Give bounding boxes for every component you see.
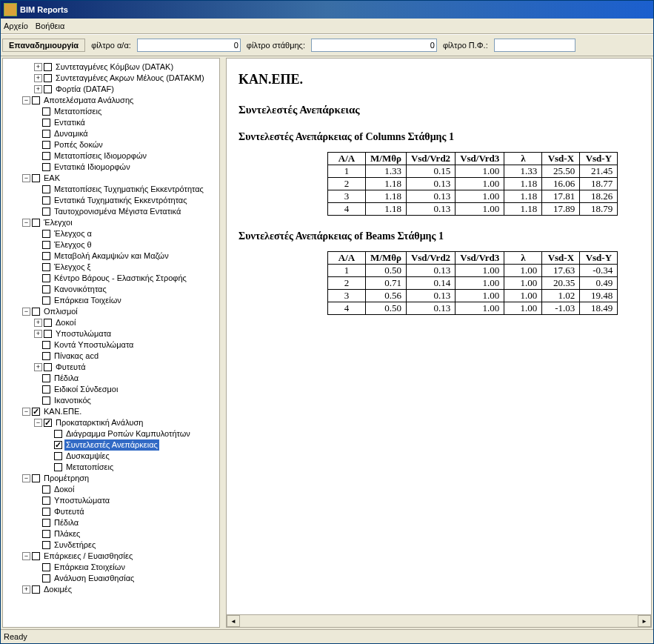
tree-item-label[interactable]: Κοντά Υποστυλώματα: [53, 339, 135, 351]
tree-item-label[interactable]: Συντελεστές Ανεπάρκειας: [64, 439, 159, 451]
tree-checkbox[interactable]: [54, 430, 62, 438]
tree-checkbox[interactable]: [42, 374, 50, 382]
tree-item[interactable]: Μετατοπίσεις Ιδιομορφών: [6, 150, 218, 162]
tree-item-label[interactable]: Ταυτοχρονισμένα Μέγιστα Εντατικά: [53, 206, 182, 217]
collapse-icon[interactable]: −: [22, 174, 30, 182]
tree-checkbox[interactable]: [42, 107, 50, 116]
horizontal-scrollbar[interactable]: ◄ ►: [227, 614, 651, 627]
tree-item-label[interactable]: Ανάλυση Ευαισθησίας: [53, 573, 136, 584]
tree-item[interactable]: Ταυτοχρονισμένα Μέγιστα Εντατικά: [6, 206, 218, 217]
tree-item-label[interactable]: Εντατικά: [53, 117, 87, 128]
tree-item-label[interactable]: Δοκοί: [54, 317, 77, 328]
tree-item-label[interactable]: Επάρκεια Τοιχείων: [53, 295, 123, 306]
tree-item[interactable]: Επάρκεια Τοιχείων: [6, 295, 218, 306]
collapse-icon[interactable]: −: [22, 308, 30, 316]
tree-item-label[interactable]: Προκαταρκτική Ανάλυση: [54, 417, 144, 428]
splitter[interactable]: [221, 56, 224, 629]
tree-item-label[interactable]: Δοκιμές: [42, 584, 73, 595]
tree-checkbox[interactable]: [32, 174, 40, 182]
tree-item[interactable]: Δοκοί: [6, 484, 218, 495]
tree-item[interactable]: Μετατοπίσεις Τυχηματικής Εκκεντρότητας: [6, 184, 218, 195]
tree-item[interactable]: Πέδιλα: [6, 517, 218, 528]
tree-item[interactable]: +Φορτία (DATAF): [6, 84, 218, 95]
collapse-icon[interactable]: −: [22, 408, 30, 416]
tree-checkbox[interactable]: [32, 408, 40, 416]
tree-item[interactable]: Πίνακας acd: [6, 351, 218, 362]
tree-item[interactable]: Ανάλυση Ευαισθησίας: [6, 573, 218, 584]
tree-item-label[interactable]: Δυσκαμψίες: [64, 451, 111, 462]
expand-icon[interactable]: +: [34, 319, 42, 327]
tree-item-label[interactable]: Συντεταγμένες Κόμβων (DATAK): [54, 62, 175, 73]
tree-checkbox[interactable]: [32, 96, 40, 104]
tree-checkbox[interactable]: [32, 474, 40, 482]
tree-item[interactable]: Εντατικά Τυχηματικής Εκκεντρότητας: [6, 195, 218, 206]
tree-checkbox[interactable]: [42, 163, 50, 171]
tree-item-label[interactable]: Κέντρο Βάρους - Ελαστικής Στροφής: [53, 273, 188, 284]
tree-checkbox[interactable]: [42, 497, 50, 505]
tree-item[interactable]: +Υποστυλώματα: [6, 328, 218, 339]
tree-item-label[interactable]: Φορτία (DATAF): [54, 84, 116, 95]
tree-item[interactable]: −Έλεγχοι: [6, 217, 218, 228]
tree-item[interactable]: −Προμέτρηση: [6, 473, 218, 484]
tree-item[interactable]: +Συντεταγμένες Ακρων Μέλους (DATAKM): [6, 73, 218, 84]
tree-item-label[interactable]: Φυτευτά: [53, 506, 86, 517]
tree-checkbox[interactable]: [42, 274, 50, 282]
tree-checkbox[interactable]: [42, 541, 50, 549]
tree-checkbox[interactable]: [42, 530, 50, 538]
tree-item-label[interactable]: Συνδετήρες: [53, 540, 97, 551]
tree-checkbox[interactable]: [42, 396, 50, 405]
tree-item-label[interactable]: Ειδικοί Σύνδεσμοι: [53, 384, 119, 395]
tree-checkbox[interactable]: [42, 385, 50, 394]
scroll-left-arrow-icon[interactable]: ◄: [227, 615, 240, 627]
tree-item[interactable]: Υποστυλώματα: [6, 495, 218, 506]
tree-item[interactable]: Εντατικά: [6, 117, 218, 128]
tree-item[interactable]: Μεταβολή Ακαμψιών και Μαζών: [6, 250, 218, 262]
tree-item-label[interactable]: Έλεγχος ξ: [53, 262, 92, 273]
tree-checkbox[interactable]: [42, 508, 50, 516]
tree-item[interactable]: Ροπές δοκών: [6, 139, 218, 150]
tree-item[interactable]: Διάγραμμα Ροπών Καμπυλοτήτων: [6, 428, 218, 439]
tree-item[interactable]: −Οπλισμοί: [6, 306, 218, 317]
tree-item[interactable]: Συνδετήρες: [6, 540, 218, 551]
tree-item-label[interactable]: Προμέτρηση: [42, 473, 90, 484]
tree-checkbox[interactable]: [42, 230, 50, 238]
tree-checkbox[interactable]: [32, 219, 40, 227]
tree-item-label[interactable]: Μετατοπίσεις: [64, 462, 115, 473]
tree-item-label[interactable]: EAK: [42, 173, 61, 184]
tree-item-label[interactable]: Δοκοί: [53, 484, 76, 495]
tree-item-label[interactable]: Κανονικότητας: [53, 284, 108, 295]
tree-checkbox[interactable]: [42, 352, 50, 360]
tree-checkbox[interactable]: [44, 363, 52, 371]
tree-checkbox[interactable]: [54, 463, 62, 471]
tree-checkbox[interactable]: [42, 485, 50, 494]
tree-item[interactable]: Συντελεστές Ανεπάρκειας: [6, 439, 218, 451]
tree-item[interactable]: Εντατικά Ιδιομορφών: [6, 162, 218, 173]
tree-checkbox[interactable]: [42, 263, 50, 271]
tree-item[interactable]: Επάρκεια Στοιχείων: [6, 562, 218, 573]
tree-item-label[interactable]: Εντατικά Τυχηματικής Εκκεντρότητας: [53, 195, 189, 206]
tree-item-label[interactable]: Μετατοπίσεις Τυχηματικής Εκκεντρότητας: [53, 184, 205, 195]
collapse-icon[interactable]: −: [22, 96, 30, 104]
tree-item[interactable]: Κανονικότητας: [6, 284, 218, 295]
content-pane[interactable]: ΚΑΝ.ΕΠΕ.Συντελεστές ΑνεπάρκειαςΣυντελεστ…: [226, 58, 652, 628]
tree-checkbox[interactable]: [44, 74, 52, 82]
tree-checkbox[interactable]: [44, 330, 52, 338]
expand-icon[interactable]: +: [34, 330, 42, 338]
expand-icon[interactable]: +: [34, 85, 42, 93]
filter-pf-input[interactable]: [494, 39, 575, 52]
tree-item-label[interactable]: Επάρκειες / Ευαισθησίες: [42, 551, 134, 562]
collapse-icon[interactable]: −: [22, 474, 30, 482]
tree-item-label[interactable]: Οπλισμοί: [42, 306, 79, 317]
tree-checkbox[interactable]: [42, 241, 50, 249]
menu-file[interactable]: Αρχείο: [4, 21, 28, 30]
tree-item[interactable]: Ειδικοί Σύνδεσμοι: [6, 384, 218, 395]
tree-checkbox[interactable]: [42, 574, 50, 582]
tree-checkbox[interactable]: [32, 552, 40, 560]
tree-checkbox[interactable]: [42, 519, 50, 527]
tree-item[interactable]: Πέδιλα: [6, 373, 218, 384]
tree-checkbox[interactable]: [44, 319, 52, 327]
tree-item-label[interactable]: Μετατοπίσεις Ιδιομορφών: [53, 150, 148, 162]
expand-icon[interactable]: +: [34, 74, 42, 82]
tree-item[interactable]: −Αποτελέσματα Ανάλυσης: [6, 95, 218, 106]
tree-item-label[interactable]: Υποστυλώματα: [54, 328, 113, 339]
